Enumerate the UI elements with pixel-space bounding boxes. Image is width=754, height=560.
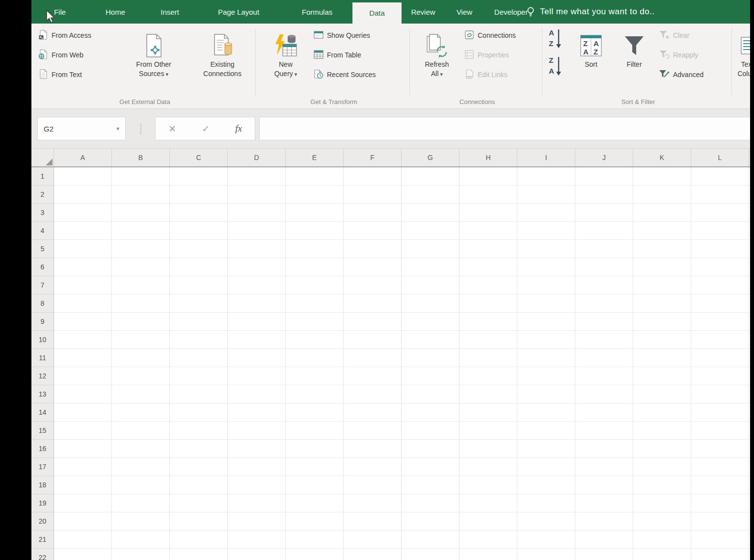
sort-descending-button[interactable]: ZA — [548, 56, 563, 76]
row-headers: 12345678910111213141516171819202122 — [31, 167, 54, 560]
row-header[interactable]: 1 — [31, 167, 54, 186]
row-header[interactable]: 16 — [31, 440, 54, 458]
select-all-corner[interactable] — [31, 149, 54, 166]
column-header[interactable]: H — [459, 149, 517, 166]
row-header[interactable]: 9 — [31, 313, 54, 331]
formula-input[interactable] — [259, 117, 750, 140]
row-header[interactable]: 13 — [31, 385, 54, 403]
recent-sources-button[interactable]: Recent Sources — [313, 66, 376, 83]
column-header[interactable]: A — [54, 149, 112, 166]
cells-area[interactable] — [54, 167, 750, 560]
column-header[interactable]: E — [286, 149, 344, 166]
row-header[interactable]: 3 — [31, 204, 54, 222]
dropdown-arrow-icon: ▾ — [295, 71, 297, 77]
name-box-dropdown-icon[interactable]: ▾ — [116, 125, 119, 132]
svg-text:Z: Z — [583, 39, 588, 48]
connections-icon — [464, 30, 475, 41]
text-to-columns-label-1: Text to — [741, 60, 750, 69]
row-header[interactable]: 2 — [31, 186, 54, 204]
from-web-icon — [38, 49, 49, 61]
properties-button[interactable]: Properties — [464, 46, 516, 64]
column-header[interactable]: D — [228, 149, 286, 166]
refresh-all-button[interactable]: Refresh All▾ — [413, 25, 460, 79]
row-header[interactable]: 10 — [31, 331, 54, 349]
edit-links-button[interactable]: Edit Links — [464, 66, 516, 83]
refresh-all-icon — [425, 27, 449, 58]
from-text-button[interactable]: From Text — [38, 66, 91, 83]
name-box[interactable]: G2 ▾ — [37, 117, 126, 140]
sort-button[interactable]: ZAAZ Sort — [571, 25, 611, 69]
refresh-all-label-1: Refresh — [425, 60, 449, 69]
from-table-button[interactable]: From Table — [313, 46, 376, 64]
row-header[interactable]: 22 — [31, 549, 54, 560]
row-header[interactable]: 6 — [31, 258, 54, 276]
tell-me-box[interactable]: Tell me what you want to do.. — [526, 0, 750, 24]
row-header[interactable]: 19 — [31, 494, 54, 512]
ribbon-group-connections: Refresh All▾ Connections Properties Edit… — [412, 24, 542, 108]
column-header[interactable]: K — [633, 149, 691, 166]
formula-buttons-panel: ✕ ✓ fx — [155, 117, 255, 140]
ribbon-group-get-external-data: From Access From Web From Text F — [34, 24, 255, 108]
tab-page-layout[interactable]: Page Layout — [206, 0, 271, 24]
tab-view[interactable]: View — [449, 0, 480, 24]
row-header[interactable]: 17 — [31, 458, 54, 476]
filter-button[interactable]: Filter — [616, 25, 653, 69]
text-to-columns-button[interactable]: Text to Columns — [736, 25, 750, 79]
column-header[interactable]: L — [691, 149, 749, 166]
from-other-sources-button[interactable]: From Other Sources▾ — [124, 25, 184, 79]
from-web-button[interactable]: From Web — [38, 46, 91, 64]
existing-connections-button[interactable]: Existing Connections — [190, 25, 254, 79]
row-header[interactable]: 7 — [31, 276, 54, 294]
from-other-sources-label-2: Sources — [139, 70, 164, 78]
show-queries-button[interactable]: Show Queries — [313, 27, 376, 44]
row-header[interactable]: 20 — [31, 512, 54, 531]
column-header[interactable]: B — [112, 149, 170, 166]
group-separator — [731, 28, 732, 95]
row-header[interactable]: 12 — [31, 367, 54, 385]
insert-function-icon[interactable]: fx — [232, 123, 245, 134]
column-header[interactable]: C — [170, 149, 228, 166]
reapply-filter-button[interactable]: Reapply — [659, 46, 703, 64]
from-text-icon — [38, 69, 49, 81]
reapply-filter-icon — [659, 50, 670, 61]
tab-insert[interactable]: Insert — [152, 0, 188, 24]
tab-file[interactable]: File — [44, 0, 76, 24]
from-access-button[interactable]: From Access — [38, 27, 91, 44]
properties-label: Properties — [478, 51, 509, 59]
sort-ascending-button[interactable]: AZ — [548, 28, 563, 48]
clear-filter-button[interactable]: Clear — [659, 27, 703, 44]
row-header[interactable]: 8 — [31, 294, 54, 313]
advanced-filter-icon — [659, 69, 670, 80]
existing-connections-label-2: Connections — [203, 69, 242, 79]
enter-icon[interactable]: ✓ — [199, 123, 213, 135]
row-header[interactable]: 15 — [31, 422, 54, 440]
row-header[interactable]: 14 — [31, 403, 54, 422]
from-access-label: From Access — [52, 31, 91, 39]
row-header[interactable]: 21 — [31, 531, 54, 549]
cancel-icon[interactable]: ✕ — [165, 123, 179, 135]
show-queries-icon — [313, 30, 324, 41]
from-text-label: From Text — [52, 71, 82, 79]
recent-sources-icon — [313, 69, 324, 80]
tab-data[interactable]: Data — [352, 2, 402, 24]
tab-formulas[interactable]: Formulas — [287, 0, 348, 24]
new-query-button[interactable]: New Query▾ — [261, 25, 310, 79]
row-header[interactable]: 11 — [31, 349, 54, 367]
row-header[interactable]: 4 — [31, 222, 54, 240]
advanced-filter-button[interactable]: Advanced — [659, 66, 703, 83]
tab-home[interactable]: Home — [97, 0, 134, 24]
column-header[interactable]: J — [575, 149, 633, 166]
tab-review[interactable]: Review — [405, 0, 441, 24]
column-header[interactable]: G — [402, 149, 459, 166]
group-label-connections: Connections — [412, 98, 542, 106]
svg-text:A: A — [593, 39, 599, 48]
from-table-icon — [313, 50, 324, 61]
connections-button[interactable]: Connections — [464, 27, 516, 44]
formula-bar-splitter[interactable] — [140, 124, 141, 134]
column-header[interactable]: F — [344, 149, 402, 166]
row-header[interactable]: 18 — [31, 476, 54, 494]
row-header[interactable]: 5 — [31, 240, 54, 258]
column-header[interactable]: I — [517, 149, 575, 166]
from-table-label: From Table — [327, 51, 361, 59]
new-query-label-1: New — [279, 60, 293, 69]
